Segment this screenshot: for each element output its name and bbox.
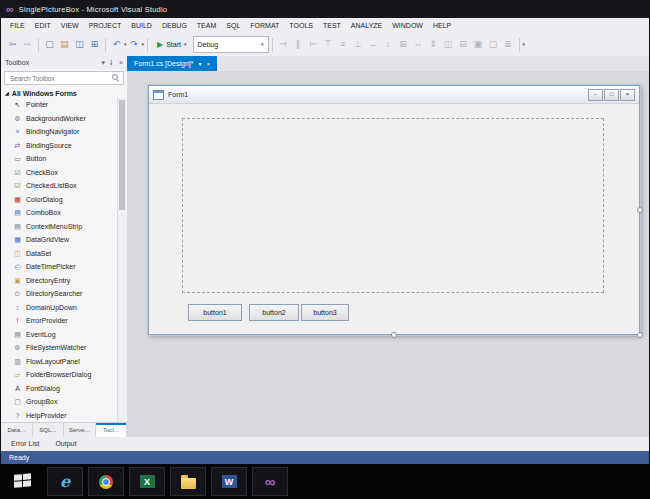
toolbox-item-filesystemwatcher[interactable]: ⊚FileSystemWatcher: [1, 341, 118, 355]
toolbox-item-datetimepicker[interactable]: ◴DateTimePicker: [1, 260, 118, 274]
window-position-icon[interactable]: ▾: [102, 59, 106, 66]
open-file-icon[interactable]: ▤: [57, 40, 72, 49]
make-same-width-icon[interactable]: ↔: [366, 40, 381, 49]
close-button[interactable]: ×: [620, 89, 635, 101]
designer-canvas[interactable]: Form1 – □ × button1 button2 button3: [127, 71, 649, 437]
window-titlebar[interactable]: ∞ SinglePictureBox - Microsoft Visual St…: [0, 0, 650, 18]
menu-format[interactable]: FORMAT: [245, 18, 284, 33]
make-same-height-icon[interactable]: ↕: [381, 40, 396, 49]
align-middles-icon[interactable]: ≡: [336, 40, 351, 49]
taskbar-excel[interactable]: X: [129, 467, 165, 496]
minimize-button[interactable]: –: [588, 89, 603, 101]
toolbox-search-input[interactable]: [8, 74, 110, 83]
center-horizontally-icon[interactable]: ◫: [441, 40, 456, 49]
menu-sql[interactable]: SQL: [221, 18, 245, 33]
align-centers-icon[interactable]: ∥: [291, 40, 306, 49]
toolbox-item-bindingsource[interactable]: ⇄BindingSource: [1, 139, 118, 153]
tab-sql-server[interactable]: SQL...: [33, 423, 65, 437]
menu-project[interactable]: PROJECT: [84, 18, 127, 33]
toolbox-item-eventlog[interactable]: ▤EventLog: [1, 328, 118, 342]
center-vertically-icon[interactable]: ⊟: [456, 40, 471, 49]
horizontal-spacing-icon[interactable]: ⇔: [411, 40, 426, 49]
tab-data-sources[interactable]: Data...: [1, 423, 33, 437]
toolbox-item-folderbrowserdialog[interactable]: ▱FolderBrowserDialog: [1, 368, 118, 382]
taskbar-visual-studio[interactable]: ∞: [252, 467, 288, 496]
resize-handle-right[interactable]: [637, 207, 643, 213]
toolbox-item-errorprovider[interactable]: !ErrorProvider: [1, 314, 118, 328]
menu-help[interactable]: HELP: [428, 18, 456, 33]
redo-icon[interactable]: ↷: [127, 40, 142, 49]
form-titlebar[interactable]: Form1 – □ ×: [149, 86, 639, 104]
make-same-size-icon[interactable]: ⊞: [396, 40, 411, 49]
button2-control[interactable]: button2: [249, 304, 299, 321]
toolbox-item-fontdialog[interactable]: AFontDialog: [1, 382, 118, 396]
close-icon[interactable]: ×: [207, 61, 211, 67]
form1-design-surface[interactable]: Form1 – □ × button1 button2 button3: [148, 85, 640, 335]
bring-to-front-icon[interactable]: ▣: [471, 40, 486, 49]
toolbox-item-checkedlistbox[interactable]: ☑CheckedListBox: [1, 179, 118, 193]
toolbox-item-bindingnavigator[interactable]: »BindingNavigator: [1, 125, 118, 139]
toolbar-overflow-icon[interactable]: ▾: [523, 42, 526, 47]
solution-configuration-dropdown[interactable]: Debug ▾: [193, 36, 269, 53]
tab-server-explorer[interactable]: Serve...: [64, 423, 96, 437]
resize-handle-bottom[interactable]: [391, 332, 397, 338]
tab-form1-design[interactable]: Form1.cs [Design]* ▾ ×: [127, 56, 217, 71]
save-all-icon[interactable]: ⊞: [87, 40, 102, 49]
toolbox-item-contextmenustrip[interactable]: ▤ContextMenuStrip: [1, 220, 118, 234]
tab-order-icon[interactable]: ≣: [501, 40, 516, 49]
toolbox-item-groupbox[interactable]: ▢GroupBox: [1, 395, 118, 409]
toolbox-item-datagridview[interactable]: ▦DataGridView: [1, 233, 118, 247]
undo-icon[interactable]: ↶: [109, 40, 124, 49]
menu-team[interactable]: TEAM: [192, 18, 221, 33]
menu-window[interactable]: WINDOW: [387, 18, 428, 33]
pin-icon[interactable]: ⊸: [108, 60, 115, 66]
button1-control[interactable]: button1: [188, 304, 242, 321]
menu-test[interactable]: TEST: [318, 18, 346, 33]
align-rights-icon[interactable]: ⊢: [306, 40, 321, 49]
toolbox-item-pointer[interactable]: ↖Pointer: [1, 98, 118, 112]
scrollbar-thumb[interactable]: [119, 100, 125, 210]
menu-view[interactable]: VIEW: [56, 18, 84, 33]
toolbox-item-colordialog[interactable]: ▦ColorDialog: [1, 193, 118, 207]
toolbox-item-dataset[interactable]: ◫DataSet: [1, 247, 118, 261]
button3-control[interactable]: button3: [301, 304, 349, 321]
menu-tools[interactable]: TOOLS: [284, 18, 318, 33]
taskbar-word[interactable]: W: [211, 467, 247, 496]
align-lefts-icon[interactable]: ⊣: [276, 40, 291, 49]
toolbox-item-button[interactable]: ▭Button: [1, 152, 118, 166]
chevron-down-icon[interactable]: ▾: [199, 61, 202, 67]
toolbox-item-backgroundworker[interactable]: ⚙BackgroundWorker: [1, 112, 118, 126]
save-icon[interactable]: ◫: [72, 40, 87, 49]
taskbar-internet-explorer[interactable]: e: [47, 467, 83, 496]
start-button[interactable]: [8, 468, 38, 495]
tab-output[interactable]: Output: [47, 437, 84, 451]
resize-handle-corner[interactable]: [637, 332, 643, 338]
toolbox-item-domainupdown[interactable]: ↕DomainUpDown: [1, 301, 118, 315]
tab-toolbox[interactable]: Tool...: [96, 423, 128, 437]
taskbar-file-explorer[interactable]: [170, 467, 206, 496]
tab-error-list[interactable]: Error List: [3, 437, 47, 451]
menu-debug[interactable]: DEBUG: [157, 18, 192, 33]
align-tops-icon[interactable]: ⊤: [321, 40, 336, 49]
toolbox-item-directoryentry[interactable]: ▣DirectoryEntry: [1, 274, 118, 288]
toolbox-item-directorysearcher[interactable]: ⊙DirectorySearcher: [1, 287, 118, 301]
toolbox-item-checkbox[interactable]: ☑CheckBox: [1, 166, 118, 180]
close-icon[interactable]: ×: [119, 59, 123, 66]
send-to-back-icon[interactable]: ▢: [486, 40, 501, 49]
navigate-backward-icon[interactable]: ⇦: [5, 40, 20, 49]
vertical-spacing-icon[interactable]: ⇕: [426, 40, 441, 49]
align-bottoms-icon[interactable]: ⊥: [351, 40, 366, 49]
menu-build[interactable]: BUILD: [126, 18, 157, 33]
picturebox-control[interactable]: [182, 118, 604, 293]
toolbox-item-combobox[interactable]: ▤ComboBox: [1, 206, 118, 220]
menu-file[interactable]: FILE: [5, 18, 30, 33]
menu-analyze[interactable]: ANALYZE: [346, 18, 387, 33]
new-project-icon[interactable]: ▢: [42, 40, 57, 49]
toolbox-scrollbar[interactable]: [117, 98, 127, 423]
toolbox-item-flowlayoutpanel[interactable]: ▥FlowLayoutPanel: [1, 355, 118, 369]
maximize-button[interactable]: □: [604, 89, 619, 101]
toolbox-item-helpprovider[interactable]: ?HelpProvider: [1, 409, 118, 423]
start-debugging-button[interactable]: ▶ Start ▾: [151, 36, 192, 54]
menu-edit[interactable]: EDIT: [30, 18, 56, 33]
redo-dropdown-icon[interactable]: ▾: [142, 42, 145, 47]
